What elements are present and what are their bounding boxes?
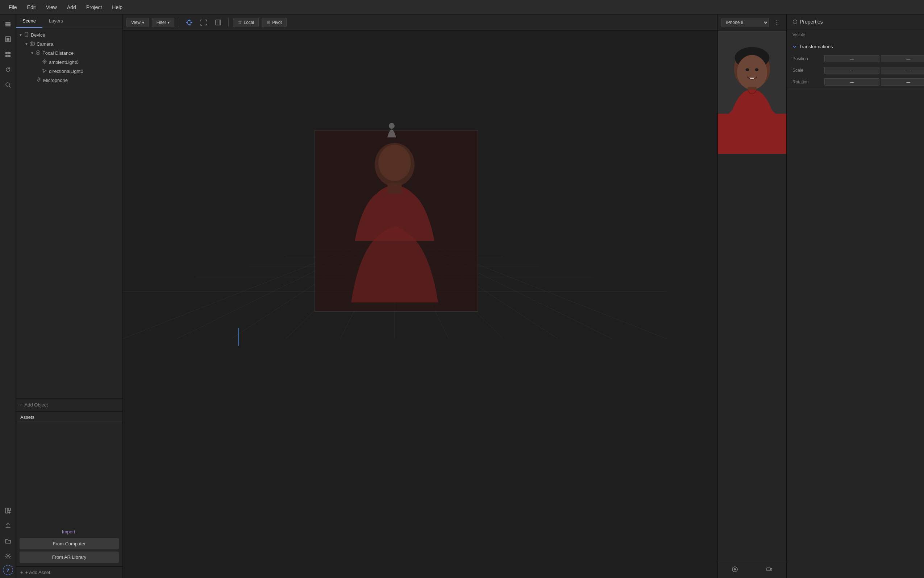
svg-rect-1	[5, 24, 11, 25]
device-icon	[24, 32, 29, 38]
filter-button[interactable]: Filter ▾	[152, 18, 175, 27]
svg-point-71	[777, 22, 777, 23]
tab-layers[interactable]: Layers	[42, 15, 70, 28]
svg-point-66	[378, 144, 411, 181]
properties-panel: Properties Visible Transformations Posit…	[786, 15, 924, 578]
menu-bar: File Edit View Add Project Help	[0, 0, 924, 15]
svg-rect-4	[6, 38, 10, 41]
frame-icon-btn[interactable]	[198, 17, 209, 28]
main-layout: ? Scene Layers ▼ Device ▼	[0, 15, 924, 578]
menu-file[interactable]: File	[3, 3, 22, 11]
rotation-label: Rotation	[793, 80, 822, 84]
transformations-header[interactable]: Transformations	[786, 40, 924, 53]
folder-icon-btn[interactable]	[2, 534, 15, 547]
menu-view[interactable]: View	[41, 3, 62, 11]
tab-scene[interactable]: Scene	[16, 15, 42, 28]
svg-point-22	[44, 61, 46, 63]
tree-label-camera: Camera	[37, 41, 53, 47]
svg-point-78	[746, 68, 749, 71]
position-y[interactable]	[881, 55, 924, 62]
view-label: View	[131, 20, 141, 25]
from-ar-library-button[interactable]: From AR Library	[19, 552, 119, 563]
device-menu-icon-btn[interactable]	[771, 17, 783, 28]
menu-edit[interactable]: Edit	[22, 3, 41, 11]
focal-icon	[36, 50, 40, 56]
view-button[interactable]: View ▾	[126, 18, 149, 27]
rotation-y[interactable]	[881, 78, 924, 86]
microphone-icon	[36, 77, 41, 83]
viewport: View ▾ Filter ▾	[123, 15, 717, 578]
refresh-icon-btn[interactable]	[2, 63, 15, 76]
svg-line-10	[9, 86, 11, 88]
tree-arrow-camera[interactable]: ▼	[25, 42, 28, 46]
scene-icon-btn[interactable]	[2, 32, 15, 46]
svg-point-20	[36, 51, 40, 55]
tree-item-focal[interactable]: ▼ Focal Distance	[16, 49, 123, 58]
pivot-label: Pivot	[272, 20, 282, 25]
menu-add[interactable]: Add	[62, 3, 81, 11]
device-preview	[718, 31, 786, 560]
svg-point-15	[7, 555, 9, 557]
blocks-icon-btn[interactable]	[2, 48, 15, 61]
tree-item-directional[interactable]: directionalLight0	[16, 67, 123, 76]
rotation-values	[824, 78, 924, 86]
rotation-row: Rotation	[786, 76, 924, 88]
tree-item-microphone[interactable]: Microphone	[16, 76, 123, 85]
plugin-icon-btn[interactable]	[2, 550, 15, 563]
menu-project[interactable]: Project	[81, 3, 107, 11]
add-asset-label: + Add Asset	[25, 570, 50, 575]
icon-bar: ?	[0, 15, 16, 578]
tree-item-camera[interactable]: ▼ Camera	[16, 39, 123, 49]
scale-x[interactable]	[824, 67, 879, 74]
rotation-x[interactable]	[824, 78, 879, 86]
pivot-button[interactable]: Pivot	[262, 18, 286, 27]
share-icon-btn[interactable]	[2, 519, 15, 532]
crosshair-icon-btn[interactable]	[183, 17, 195, 28]
tree-label-directional: directionalLight0	[49, 68, 83, 74]
visible-row: Visible	[786, 29, 924, 40]
device-panel: iPhone 8 iPhone X iPhone 11	[717, 15, 786, 578]
svg-rect-7	[5, 55, 8, 57]
camera-capture-icon-btn[interactable]	[728, 563, 741, 576]
properties-title: Properties	[800, 19, 823, 25]
local-button[interactable]: Local	[233, 18, 259, 27]
help-icon-btn[interactable]: ?	[3, 565, 13, 575]
camera-icon	[30, 41, 35, 47]
svg-point-83	[734, 568, 736, 570]
tree-item-ambient[interactable]: ambientLight0	[16, 58, 123, 67]
device-selector[interactable]: iPhone 8 iPhone X iPhone 11	[722, 18, 769, 27]
add-asset-plus: +	[20, 570, 23, 575]
assets-header: Assets	[16, 412, 123, 423]
svg-point-70	[777, 20, 777, 21]
add-object-label: Add Object	[25, 402, 48, 408]
scale-row: Scale	[786, 65, 924, 76]
scale-values	[824, 67, 924, 74]
tree-label-device: Device	[31, 32, 45, 38]
toolbar-separator-1	[179, 18, 179, 27]
svg-point-79	[755, 68, 758, 71]
scale-y[interactable]	[881, 67, 924, 74]
expand-icon-btn[interactable]	[212, 17, 224, 28]
search-icon-btn[interactable]	[2, 78, 15, 91]
layers-icon-btn[interactable]	[2, 18, 15, 31]
position-x[interactable]	[824, 55, 879, 62]
viewport-canvas[interactable]	[123, 31, 717, 578]
from-computer-button[interactable]: From Computer	[19, 538, 119, 549]
svg-rect-8	[8, 55, 11, 57]
transformations-section: Transformations Position Scale R	[786, 40, 924, 88]
add-object-button[interactable]: + Add Object	[16, 398, 123, 411]
position-row: Position	[786, 53, 924, 65]
svg-point-21	[37, 52, 39, 53]
add-asset-button[interactable]: + + Add Asset	[16, 567, 123, 578]
tree-item-device[interactable]: ▼ Device	[16, 31, 123, 39]
tree-arrow-focal[interactable]: ▼	[31, 51, 34, 55]
menu-help[interactable]: Help	[107, 3, 128, 11]
visible-label: Visible	[793, 32, 805, 37]
scale-label: Scale	[793, 68, 822, 73]
svg-point-72	[777, 24, 777, 24]
record-icon-btn[interactable]	[763, 563, 776, 576]
svg-point-77	[737, 55, 767, 89]
scene-svg	[123, 31, 717, 578]
add-panel-icon-btn[interactable]	[2, 504, 15, 517]
tree-arrow-device[interactable]: ▼	[19, 33, 23, 37]
